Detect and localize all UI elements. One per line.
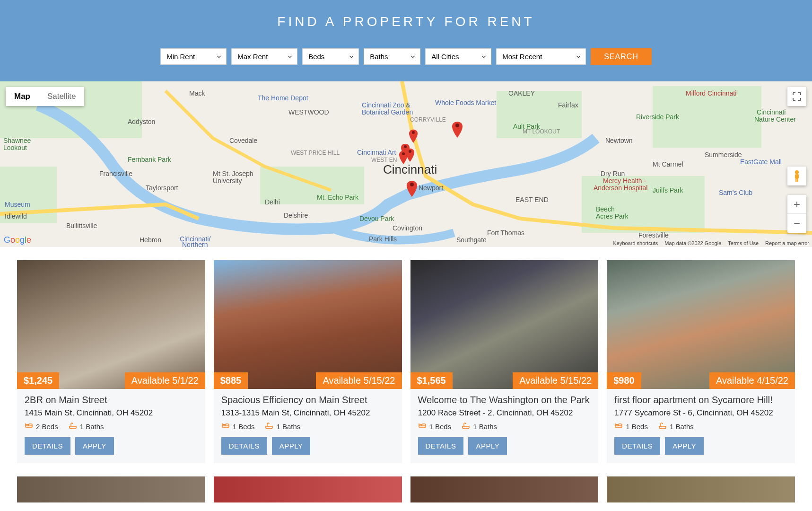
sort-select[interactable]: Most Recent: [496, 48, 586, 65]
svg-text:Cincinnati Art: Cincinnati Art: [357, 149, 396, 156]
svg-text:Fort Thomas: Fort Thomas: [487, 229, 524, 237]
svg-text:Northern: Northern: [182, 241, 208, 247]
svg-text:Fairfax: Fairfax: [558, 101, 578, 109]
beds-value: 2 Beds: [36, 423, 58, 431]
property-title[interactable]: Welcome to The Washington on the Park: [418, 395, 591, 405]
property-address: 1415 Main St, Cincinnati, OH 45202: [25, 408, 198, 418]
property-title[interactable]: Spacious Efficiency on Main Street: [221, 395, 394, 405]
map-type-satellite[interactable]: Satellite: [39, 87, 84, 106]
apply-button[interactable]: APPLY: [665, 437, 704, 455]
beds-value: 1 Beds: [233, 423, 255, 431]
svg-point-63: [404, 145, 407, 148]
property-stats: 1 Beds 1 Baths: [221, 423, 394, 431]
map-type-map[interactable]: Map: [6, 87, 39, 106]
property-stats: 2 Beds 1 Baths: [25, 423, 198, 431]
property-card-partial[interactable]: [214, 476, 402, 502]
svg-text:Cincinnati Zoo &: Cincinnati Zoo &: [362, 101, 410, 109]
zoom-out-button[interactable]: −: [787, 214, 806, 233]
svg-text:Mt St. Joseph: Mt St. Joseph: [213, 170, 253, 177]
fullscreen-button[interactable]: [787, 87, 806, 106]
svg-point-68: [795, 170, 799, 174]
beds-stat: 1 Beds: [221, 423, 255, 431]
svg-text:Summerside: Summerside: [705, 151, 742, 159]
svg-text:Beech: Beech: [596, 205, 615, 213]
details-button[interactable]: DETAILS: [221, 437, 267, 455]
min-rent-select[interactable]: Min Rent: [160, 48, 227, 65]
svg-point-62: [412, 131, 415, 134]
svg-rect-69: [795, 174, 799, 179]
baths-value: 1 Baths: [276, 423, 300, 431]
bath-icon: [265, 423, 273, 431]
svg-text:Bullittsville: Bullittsville: [66, 222, 97, 229]
property-image[interactable]: $885 Available 5/15/22: [214, 260, 402, 389]
bath-icon: [462, 423, 470, 431]
apply-button[interactable]: APPLY: [272, 437, 311, 455]
property-card: $980 Available 4/15/22 first floor apart…: [607, 260, 795, 463]
property-body: first floor apartment on Sycamore Hill! …: [607, 389, 795, 463]
listings-partial-row: [0, 476, 812, 502]
map-canvas[interactable]: Cincinnati Mack WESTWOOD Addyston Coveda…: [0, 81, 812, 247]
property-body: Spacious Efficiency on Main Street 1313-…: [214, 389, 402, 463]
report-error-link[interactable]: Report a map error: [765, 240, 809, 246]
baths-stat: 1 Baths: [462, 423, 497, 431]
apply-button[interactable]: APPLY: [468, 437, 507, 455]
svg-text:WEST EN: WEST EN: [371, 157, 397, 163]
property-actions: DETAILS APPLY: [25, 437, 198, 455]
pegman-icon: [792, 170, 802, 182]
search-button[interactable]: SEARCH: [591, 48, 652, 65]
svg-text:Nature Center: Nature Center: [754, 115, 796, 123]
pegman-button[interactable]: [787, 167, 806, 185]
details-button[interactable]: DETAILS: [418, 437, 464, 455]
beds-value: 1 Beds: [429, 423, 452, 431]
svg-text:Taylorsport: Taylorsport: [146, 184, 178, 192]
cities-select[interactable]: All Cities: [425, 48, 491, 65]
svg-point-64: [402, 152, 405, 155]
svg-text:Fernbank Park: Fernbank Park: [128, 156, 172, 163]
price-badge: $980: [607, 372, 641, 389]
svg-text:Mercy Health -: Mercy Health -: [603, 177, 646, 185]
property-title[interactable]: first floor apartment on Sycamore Hill!: [614, 395, 787, 405]
svg-rect-71: [797, 178, 799, 182]
map-type-toggle: Map Satellite: [6, 87, 84, 106]
svg-text:Dry Run: Dry Run: [601, 170, 625, 177]
zoom-in-button[interactable]: +: [787, 195, 806, 214]
apply-button[interactable]: APPLY: [75, 437, 114, 455]
baths-stat: 1 Baths: [69, 423, 104, 431]
property-card-partial[interactable]: [410, 476, 599, 502]
svg-text:Acres Park: Acres Park: [596, 212, 629, 220]
svg-text:Delshire: Delshire: [284, 211, 308, 219]
details-button[interactable]: DETAILS: [25, 437, 70, 455]
svg-text:Forestville: Forestville: [638, 231, 669, 239]
google-logo: Google: [4, 235, 31, 245]
svg-text:Covedale: Covedale: [229, 137, 257, 144]
svg-point-65: [409, 150, 411, 153]
property-image[interactable]: $1,565 Available 5/15/22: [410, 260, 599, 389]
property-card-partial[interactable]: [17, 476, 205, 502]
property-body: 2BR on Main Street 1415 Main St, Cincinn…: [17, 389, 205, 463]
svg-point-67: [410, 183, 414, 186]
map[interactable]: Cincinnati Mack WESTWOOD Addyston Coveda…: [0, 81, 812, 247]
svg-text:Cincinnati: Cincinnati: [757, 108, 786, 116]
keyboard-shortcuts-link[interactable]: Keyboard shortcuts: [613, 240, 658, 246]
max-rent-select[interactable]: Max Rent: [231, 48, 297, 65]
availability-badge: Available 4/15/22: [709, 372, 795, 389]
terms-link[interactable]: Terms of Use: [728, 240, 759, 246]
property-image[interactable]: $980 Available 4/15/22: [607, 260, 795, 389]
property-title[interactable]: 2BR on Main Street: [25, 395, 198, 405]
price-badge: $1,245: [17, 372, 59, 389]
details-button[interactable]: DETAILS: [614, 437, 660, 455]
availability-badge: Available 5/15/22: [316, 372, 402, 389]
svg-text:Southgate: Southgate: [456, 236, 487, 244]
svg-text:CORRYVILLE: CORRYVILLE: [410, 116, 446, 123]
beds-select[interactable]: Beds: [302, 48, 359, 65]
svg-text:WEST PRICE HILL: WEST PRICE HILL: [291, 150, 340, 156]
baths-select[interactable]: Baths: [364, 48, 420, 65]
beds-stat: 2 Beds: [25, 423, 58, 431]
svg-text:Anderson Hospital: Anderson Hospital: [594, 184, 647, 192]
property-stats: 1 Beds 1 Baths: [614, 423, 787, 431]
property-card-partial[interactable]: [607, 476, 795, 502]
property-image[interactable]: $1,245 Available 5/1/22: [17, 260, 205, 389]
map-data-label: Map data ©2022 Google: [664, 240, 721, 246]
svg-text:Riverside Park: Riverside Park: [636, 113, 680, 121]
bath-icon: [658, 423, 667, 431]
